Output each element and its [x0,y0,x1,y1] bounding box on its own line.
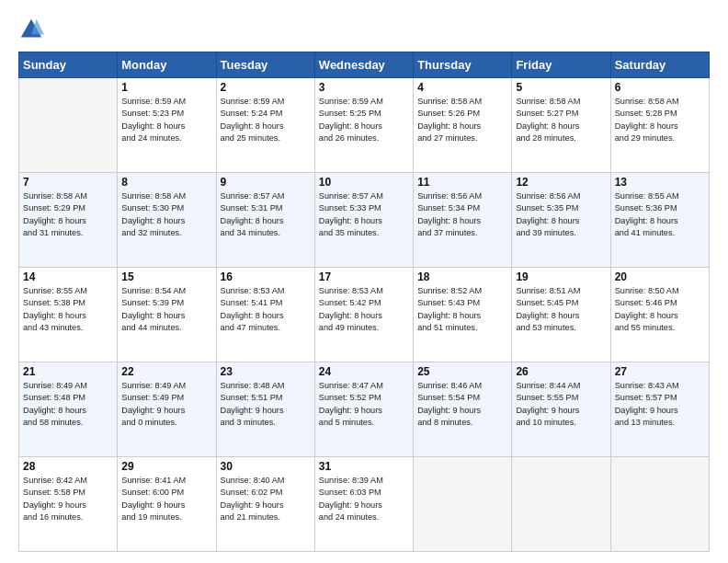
day-info: Sunrise: 8:40 AMSunset: 6:02 PMDaylight:… [221,475,311,523]
day-info: Sunrise: 8:49 AMSunset: 5:48 PMDaylight:… [23,380,113,429]
calendar-cell: 18Sunrise: 8:52 AMSunset: 5:43 PMDayligh… [414,268,512,362]
calendar-day-header: Friday [512,52,610,78]
header [18,17,710,42]
calendar-week-row: 14Sunrise: 8:55 AMSunset: 5:38 PMDayligh… [19,268,710,362]
day-info: Sunrise: 8:58 AMSunset: 5:30 PMDaylight:… [121,190,211,239]
day-number: 24 [319,365,409,378]
day-number: 5 [516,81,606,94]
day-info: Sunrise: 8:57 AMSunset: 5:31 PMDaylight:… [221,190,311,239]
calendar-cell: 30Sunrise: 8:40 AMSunset: 6:02 PMDayligh… [216,457,314,552]
day-number: 25 [417,365,507,378]
calendar-cell: 2Sunrise: 8:59 AMSunset: 5:24 PMDaylight… [216,78,314,173]
day-info: Sunrise: 8:56 AMSunset: 5:34 PMDaylight:… [417,190,507,239]
day-number: 26 [516,365,606,378]
calendar-cell: 3Sunrise: 8:59 AMSunset: 5:25 PMDaylight… [314,78,413,173]
day-info: Sunrise: 8:50 AMSunset: 5:46 PMDaylight:… [615,285,705,334]
day-info: Sunrise: 8:58 AMSunset: 5:28 PMDaylight:… [615,96,705,144]
calendar-cell: 31Sunrise: 8:39 AMSunset: 6:03 PMDayligh… [314,457,413,552]
calendar-cell: 24Sunrise: 8:47 AMSunset: 5:52 PMDayligh… [314,362,413,457]
day-number: 7 [23,176,113,189]
day-number: 8 [121,176,211,189]
calendar-cell [19,78,118,173]
calendar-cell [610,457,709,552]
calendar-cell: 28Sunrise: 8:42 AMSunset: 5:58 PMDayligh… [19,457,118,552]
calendar-cell: 14Sunrise: 8:55 AMSunset: 5:38 PMDayligh… [19,268,118,362]
calendar-cell: 27Sunrise: 8:43 AMSunset: 5:57 PMDayligh… [610,362,709,457]
day-info: Sunrise: 8:55 AMSunset: 5:38 PMDaylight:… [23,285,113,334]
day-info: Sunrise: 8:53 AMSunset: 5:42 PMDaylight:… [319,285,409,334]
day-number: 1 [121,81,211,94]
calendar-cell: 6Sunrise: 8:58 AMSunset: 5:28 PMDaylight… [610,78,709,173]
calendar-cell: 25Sunrise: 8:46 AMSunset: 5:54 PMDayligh… [414,362,512,457]
day-number: 6 [615,81,705,94]
calendar-header-row: SundayMondayTuesdayWednesdayThursdayFrid… [19,52,710,78]
day-info: Sunrise: 8:44 AMSunset: 5:55 PMDaylight:… [516,380,606,429]
day-number: 28 [23,460,113,473]
calendar-cell: 11Sunrise: 8:56 AMSunset: 5:34 PMDayligh… [414,173,512,268]
day-number: 12 [516,176,606,189]
day-info: Sunrise: 8:58 AMSunset: 5:27 PMDaylight:… [516,96,606,144]
day-number: 9 [221,176,311,189]
day-info: Sunrise: 8:56 AMSunset: 5:35 PMDaylight:… [516,190,606,239]
logo-icon [18,17,44,42]
day-info: Sunrise: 8:51 AMSunset: 5:45 PMDaylight:… [516,285,606,334]
calendar-cell: 17Sunrise: 8:53 AMSunset: 5:42 PMDayligh… [314,268,413,362]
day-number: 16 [221,270,311,283]
calendar-cell: 22Sunrise: 8:49 AMSunset: 5:49 PMDayligh… [118,362,216,457]
calendar-cell: 7Sunrise: 8:58 AMSunset: 5:29 PMDaylight… [19,173,118,268]
day-number: 29 [121,460,211,473]
day-info: Sunrise: 8:58 AMSunset: 5:29 PMDaylight:… [23,190,113,239]
calendar-cell: 13Sunrise: 8:55 AMSunset: 5:36 PMDayligh… [610,173,709,268]
day-info: Sunrise: 8:46 AMSunset: 5:54 PMDaylight:… [417,380,507,429]
calendar-cell: 1Sunrise: 8:59 AMSunset: 5:23 PMDaylight… [118,78,216,173]
calendar-day-header: Thursday [414,52,512,78]
day-number: 2 [221,81,311,94]
day-info: Sunrise: 8:53 AMSunset: 5:41 PMDaylight:… [221,285,311,334]
calendar-cell [414,457,512,552]
day-number: 31 [319,460,409,473]
day-info: Sunrise: 8:55 AMSunset: 5:36 PMDaylight:… [615,190,705,239]
day-number: 14 [23,270,113,283]
day-info: Sunrise: 8:54 AMSunset: 5:39 PMDaylight:… [121,285,211,334]
day-number: 18 [417,270,507,283]
calendar-day-header: Monday [118,52,216,78]
day-info: Sunrise: 8:59 AMSunset: 5:24 PMDaylight:… [221,96,311,144]
calendar-cell: 21Sunrise: 8:49 AMSunset: 5:48 PMDayligh… [19,362,118,457]
day-number: 30 [221,460,311,473]
page: SundayMondayTuesdayWednesdayThursdayFrid… [0,0,728,563]
calendar-cell: 15Sunrise: 8:54 AMSunset: 5:39 PMDayligh… [118,268,216,362]
calendar-cell: 12Sunrise: 8:56 AMSunset: 5:35 PMDayligh… [512,173,610,268]
calendar-cell [512,457,610,552]
day-info: Sunrise: 8:41 AMSunset: 6:00 PMDaylight:… [121,475,211,523]
day-number: 3 [319,81,409,94]
logo [18,17,48,42]
day-info: Sunrise: 8:57 AMSunset: 5:33 PMDaylight:… [319,190,409,239]
calendar-day-header: Sunday [19,52,118,78]
day-number: 21 [23,365,113,378]
calendar-day-header: Tuesday [216,52,314,78]
day-number: 22 [121,365,211,378]
calendar-cell: 4Sunrise: 8:58 AMSunset: 5:26 PMDaylight… [414,78,512,173]
day-info: Sunrise: 8:48 AMSunset: 5:51 PMDaylight:… [221,380,311,429]
day-number: 17 [319,270,409,283]
calendar-cell: 29Sunrise: 8:41 AMSunset: 6:00 PMDayligh… [118,457,216,552]
day-number: 27 [615,365,705,378]
calendar-cell: 20Sunrise: 8:50 AMSunset: 5:46 PMDayligh… [610,268,709,362]
day-number: 20 [615,270,705,283]
day-info: Sunrise: 8:59 AMSunset: 5:23 PMDaylight:… [121,96,211,144]
day-info: Sunrise: 8:58 AMSunset: 5:26 PMDaylight:… [417,96,507,144]
day-number: 13 [615,176,705,189]
calendar-cell: 19Sunrise: 8:51 AMSunset: 5:45 PMDayligh… [512,268,610,362]
day-number: 4 [417,81,507,94]
calendar-cell: 10Sunrise: 8:57 AMSunset: 5:33 PMDayligh… [314,173,413,268]
day-info: Sunrise: 8:42 AMSunset: 5:58 PMDaylight:… [23,475,113,523]
day-info: Sunrise: 8:59 AMSunset: 5:25 PMDaylight:… [319,96,409,144]
calendar-cell: 9Sunrise: 8:57 AMSunset: 5:31 PMDaylight… [216,173,314,268]
calendar-week-row: 1Sunrise: 8:59 AMSunset: 5:23 PMDaylight… [19,78,710,173]
calendar-cell: 16Sunrise: 8:53 AMSunset: 5:41 PMDayligh… [216,268,314,362]
calendar-table: SundayMondayTuesdayWednesdayThursdayFrid… [18,52,710,552]
day-number: 11 [417,176,507,189]
day-number: 10 [319,176,409,189]
calendar-week-row: 7Sunrise: 8:58 AMSunset: 5:29 PMDaylight… [19,173,710,268]
calendar-cell: 23Sunrise: 8:48 AMSunset: 5:51 PMDayligh… [216,362,314,457]
